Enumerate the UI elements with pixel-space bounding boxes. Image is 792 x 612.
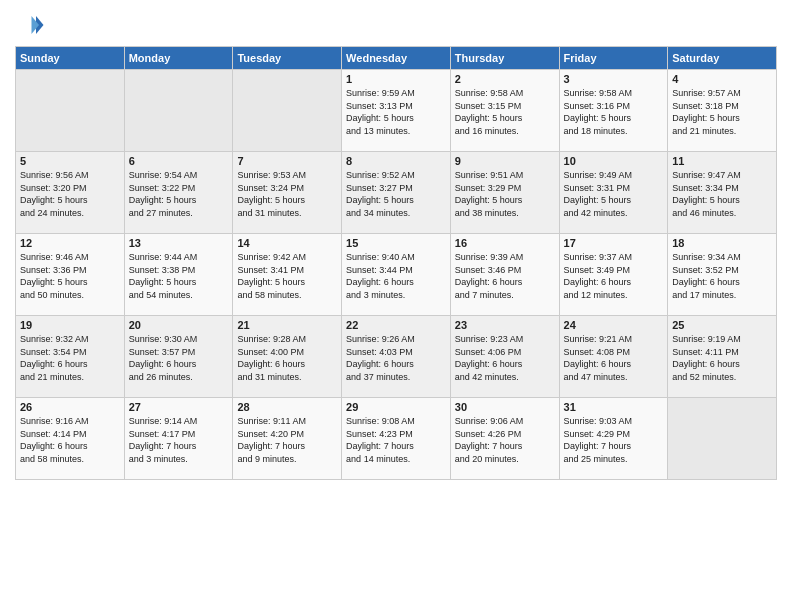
logo-icon xyxy=(15,10,45,40)
header-friday: Friday xyxy=(559,47,668,70)
day-number: 28 xyxy=(237,401,337,413)
day-number: 1 xyxy=(346,73,446,85)
day-cell: 3Sunrise: 9:58 AM Sunset: 3:16 PM Daylig… xyxy=(559,70,668,152)
day-cell: 19Sunrise: 9:32 AM Sunset: 3:54 PM Dayli… xyxy=(16,316,125,398)
day-info: Sunrise: 9:58 AM Sunset: 3:16 PM Dayligh… xyxy=(564,87,664,137)
day-number: 19 xyxy=(20,319,120,331)
day-cell: 27Sunrise: 9:14 AM Sunset: 4:17 PM Dayli… xyxy=(124,398,233,480)
header-tuesday: Tuesday xyxy=(233,47,342,70)
day-number: 27 xyxy=(129,401,229,413)
calendar-table: SundayMondayTuesdayWednesdayThursdayFrid… xyxy=(15,46,777,480)
day-info: Sunrise: 9:28 AM Sunset: 4:00 PM Dayligh… xyxy=(237,333,337,383)
day-number: 30 xyxy=(455,401,555,413)
day-number: 18 xyxy=(672,237,772,249)
header-saturday: Saturday xyxy=(668,47,777,70)
week-row-5: 26Sunrise: 9:16 AM Sunset: 4:14 PM Dayli… xyxy=(16,398,777,480)
day-number: 13 xyxy=(129,237,229,249)
day-cell: 8Sunrise: 9:52 AM Sunset: 3:27 PM Daylig… xyxy=(342,152,451,234)
day-number: 11 xyxy=(672,155,772,167)
day-number: 3 xyxy=(564,73,664,85)
day-cell: 21Sunrise: 9:28 AM Sunset: 4:00 PM Dayli… xyxy=(233,316,342,398)
day-number: 25 xyxy=(672,319,772,331)
day-info: Sunrise: 9:51 AM Sunset: 3:29 PM Dayligh… xyxy=(455,169,555,219)
logo xyxy=(15,10,49,40)
day-cell: 9Sunrise: 9:51 AM Sunset: 3:29 PM Daylig… xyxy=(450,152,559,234)
day-cell: 12Sunrise: 9:46 AM Sunset: 3:36 PM Dayli… xyxy=(16,234,125,316)
day-info: Sunrise: 9:26 AM Sunset: 4:03 PM Dayligh… xyxy=(346,333,446,383)
day-cell: 26Sunrise: 9:16 AM Sunset: 4:14 PM Dayli… xyxy=(16,398,125,480)
day-info: Sunrise: 9:54 AM Sunset: 3:22 PM Dayligh… xyxy=(129,169,229,219)
day-info: Sunrise: 9:42 AM Sunset: 3:41 PM Dayligh… xyxy=(237,251,337,301)
week-row-1: 1Sunrise: 9:59 AM Sunset: 3:13 PM Daylig… xyxy=(16,70,777,152)
day-cell: 18Sunrise: 9:34 AM Sunset: 3:52 PM Dayli… xyxy=(668,234,777,316)
day-info: Sunrise: 9:23 AM Sunset: 4:06 PM Dayligh… xyxy=(455,333,555,383)
header-monday: Monday xyxy=(124,47,233,70)
day-number: 17 xyxy=(564,237,664,249)
day-cell: 13Sunrise: 9:44 AM Sunset: 3:38 PM Dayli… xyxy=(124,234,233,316)
day-cell: 24Sunrise: 9:21 AM Sunset: 4:08 PM Dayli… xyxy=(559,316,668,398)
day-info: Sunrise: 9:19 AM Sunset: 4:11 PM Dayligh… xyxy=(672,333,772,383)
day-cell: 17Sunrise: 9:37 AM Sunset: 3:49 PM Dayli… xyxy=(559,234,668,316)
day-cell: 10Sunrise: 9:49 AM Sunset: 3:31 PM Dayli… xyxy=(559,152,668,234)
day-number: 26 xyxy=(20,401,120,413)
day-number: 2 xyxy=(455,73,555,85)
day-cell: 20Sunrise: 9:30 AM Sunset: 3:57 PM Dayli… xyxy=(124,316,233,398)
day-cell: 16Sunrise: 9:39 AM Sunset: 3:46 PM Dayli… xyxy=(450,234,559,316)
week-row-3: 12Sunrise: 9:46 AM Sunset: 3:36 PM Dayli… xyxy=(16,234,777,316)
day-cell xyxy=(124,70,233,152)
day-info: Sunrise: 9:56 AM Sunset: 3:20 PM Dayligh… xyxy=(20,169,120,219)
day-info: Sunrise: 9:39 AM Sunset: 3:46 PM Dayligh… xyxy=(455,251,555,301)
day-info: Sunrise: 9:16 AM Sunset: 4:14 PM Dayligh… xyxy=(20,415,120,465)
day-info: Sunrise: 9:40 AM Sunset: 3:44 PM Dayligh… xyxy=(346,251,446,301)
header-sunday: Sunday xyxy=(16,47,125,70)
day-cell: 4Sunrise: 9:57 AM Sunset: 3:18 PM Daylig… xyxy=(668,70,777,152)
day-cell: 6Sunrise: 9:54 AM Sunset: 3:22 PM Daylig… xyxy=(124,152,233,234)
day-cell: 22Sunrise: 9:26 AM Sunset: 4:03 PM Dayli… xyxy=(342,316,451,398)
header-wednesday: Wednesday xyxy=(342,47,451,70)
day-cell: 14Sunrise: 9:42 AM Sunset: 3:41 PM Dayli… xyxy=(233,234,342,316)
header-thursday: Thursday xyxy=(450,47,559,70)
day-cell: 28Sunrise: 9:11 AM Sunset: 4:20 PM Dayli… xyxy=(233,398,342,480)
day-number: 24 xyxy=(564,319,664,331)
day-info: Sunrise: 9:37 AM Sunset: 3:49 PM Dayligh… xyxy=(564,251,664,301)
day-cell: 7Sunrise: 9:53 AM Sunset: 3:24 PM Daylig… xyxy=(233,152,342,234)
day-number: 14 xyxy=(237,237,337,249)
day-cell: 30Sunrise: 9:06 AM Sunset: 4:26 PM Dayli… xyxy=(450,398,559,480)
week-row-4: 19Sunrise: 9:32 AM Sunset: 3:54 PM Dayli… xyxy=(16,316,777,398)
day-number: 9 xyxy=(455,155,555,167)
day-info: Sunrise: 9:49 AM Sunset: 3:31 PM Dayligh… xyxy=(564,169,664,219)
day-number: 21 xyxy=(237,319,337,331)
header xyxy=(15,10,777,40)
day-number: 10 xyxy=(564,155,664,167)
day-number: 31 xyxy=(564,401,664,413)
day-number: 20 xyxy=(129,319,229,331)
day-number: 22 xyxy=(346,319,446,331)
day-info: Sunrise: 9:59 AM Sunset: 3:13 PM Dayligh… xyxy=(346,87,446,137)
day-info: Sunrise: 9:46 AM Sunset: 3:36 PM Dayligh… xyxy=(20,251,120,301)
day-info: Sunrise: 9:14 AM Sunset: 4:17 PM Dayligh… xyxy=(129,415,229,465)
day-info: Sunrise: 9:34 AM Sunset: 3:52 PM Dayligh… xyxy=(672,251,772,301)
day-info: Sunrise: 9:11 AM Sunset: 4:20 PM Dayligh… xyxy=(237,415,337,465)
day-info: Sunrise: 9:03 AM Sunset: 4:29 PM Dayligh… xyxy=(564,415,664,465)
day-info: Sunrise: 9:08 AM Sunset: 4:23 PM Dayligh… xyxy=(346,415,446,465)
day-number: 5 xyxy=(20,155,120,167)
day-cell: 25Sunrise: 9:19 AM Sunset: 4:11 PM Dayli… xyxy=(668,316,777,398)
day-cell: 11Sunrise: 9:47 AM Sunset: 3:34 PM Dayli… xyxy=(668,152,777,234)
day-cell xyxy=(16,70,125,152)
day-info: Sunrise: 9:47 AM Sunset: 3:34 PM Dayligh… xyxy=(672,169,772,219)
day-cell: 29Sunrise: 9:08 AM Sunset: 4:23 PM Dayli… xyxy=(342,398,451,480)
day-info: Sunrise: 9:21 AM Sunset: 4:08 PM Dayligh… xyxy=(564,333,664,383)
day-cell: 23Sunrise: 9:23 AM Sunset: 4:06 PM Dayli… xyxy=(450,316,559,398)
day-info: Sunrise: 9:32 AM Sunset: 3:54 PM Dayligh… xyxy=(20,333,120,383)
day-number: 4 xyxy=(672,73,772,85)
day-info: Sunrise: 9:06 AM Sunset: 4:26 PM Dayligh… xyxy=(455,415,555,465)
day-number: 29 xyxy=(346,401,446,413)
day-number: 7 xyxy=(237,155,337,167)
day-info: Sunrise: 9:58 AM Sunset: 3:15 PM Dayligh… xyxy=(455,87,555,137)
day-cell xyxy=(668,398,777,480)
day-cell: 1Sunrise: 9:59 AM Sunset: 3:13 PM Daylig… xyxy=(342,70,451,152)
day-info: Sunrise: 9:57 AM Sunset: 3:18 PM Dayligh… xyxy=(672,87,772,137)
day-cell: 15Sunrise: 9:40 AM Sunset: 3:44 PM Dayli… xyxy=(342,234,451,316)
day-cell: 2Sunrise: 9:58 AM Sunset: 3:15 PM Daylig… xyxy=(450,70,559,152)
day-number: 8 xyxy=(346,155,446,167)
